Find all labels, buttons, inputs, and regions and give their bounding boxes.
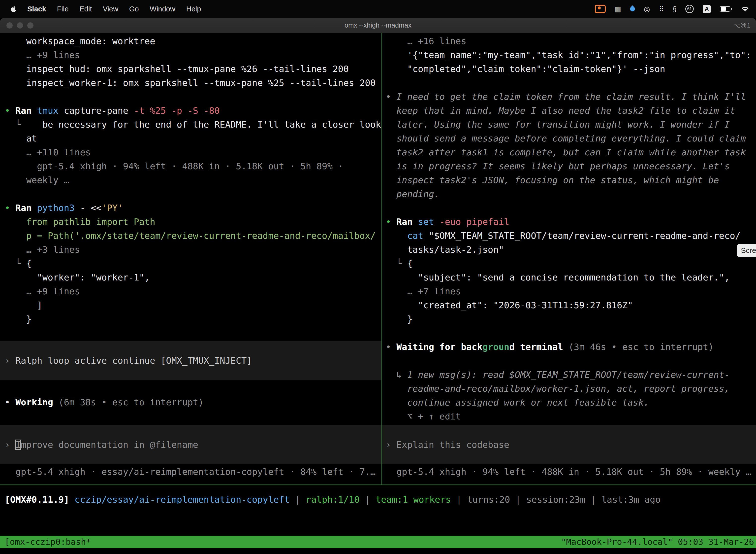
terminal-line: workspace_mode: worktree [0,34,381,48]
menu-item-help[interactable]: Help [186,5,201,13]
screen-recording-icon[interactable] [595,5,606,13]
prompt-input-band[interactable]: › Explain this codebase [382,425,756,464]
terminal-line: weekly … [0,173,381,187]
terminal-line: "worker": "worker-1", [0,271,381,284]
menu-extra-icon[interactable]: § [673,5,676,13]
battery-icon[interactable] [720,6,732,12]
traffic-lights [0,22,34,29]
text-segment: "subject": "send a concise recommendatio… [386,272,730,282]
text-segment: Explain this codebase [396,440,509,450]
text-segment [386,231,407,241]
terminal-line [382,354,756,368]
text-segment [69,494,75,505]
text-segment: └ [386,258,407,269]
text-segment: • [386,342,396,352]
terminal-cursor: I [15,440,21,450]
text-segment: "$OMX_TEAM_STATE_ROOT/team/review-curren… [429,231,740,241]
text-segment: -t %25 -p -S -80 [128,106,220,116]
text-segment: • [386,217,396,227]
terminal-pane-left[interactable]: workspace_mode: worktree … +9 lines insp… [0,33,381,485]
text-segment: 1 new msg(s): read $OMX_TEAM_STATE_ROOT/… [407,370,730,380]
zoom-button[interactable] [27,22,34,29]
terminal-line: └ { [382,257,756,271]
screenshot-preview-chip[interactable]: Scre [737,244,756,257]
text-segment: capture-pane [59,106,128,116]
grid-icon[interactable]: ▦ [615,5,621,13]
terminal-window: workspace_mode: worktree … +9 lines insp… [0,33,756,554]
terminal-line: • Ran set -euo pipefail [382,215,756,229]
target-icon[interactable]: ◎ [644,5,650,13]
droplet-icon[interactable] [629,5,636,12]
text-segment: is in progress? It seems likely but perh… [386,161,730,171]
terminal-line: continue assigned work or next feasible … [382,396,756,409]
text-segment: } [5,314,32,324]
text-segment: Ran [15,203,37,213]
terminal-line: … +7 lines [382,284,756,298]
dots-grid-icon[interactable]: ⠿ [659,5,664,13]
terminal-line: └ be necessary for the end of the README… [0,118,381,131]
terminal-line: … +9 lines [0,284,381,298]
battery-percent-icon[interactable]: 61 [685,5,694,13]
screenshot-preview-label: Scre [741,246,756,255]
tmux-host-clock-label: "MacBook-Pro-44.local" 05:03 31-Mar-26 [561,536,754,548]
terminal-line: • Ran tmux capture-pane -t %25 -p -S -80 [0,104,381,118]
text-segment: keep that in mind. Maybe I also need the… [386,106,735,116]
apple-menu-icon[interactable] [10,5,16,12]
text-segment: cat [407,231,429,241]
menu-item-go[interactable]: Go [129,5,139,13]
terminal-line: inspect_worker-1: omx sparkshell --tmux-… [0,76,381,90]
menu-bar: Slack File Edit View Go Window Help ▦ ◎ … [0,0,756,18]
text-segment: } [386,314,413,324]
terminal-line: [OMX#0.11.9] cczip/essay/ai-reimplementa… [0,493,756,507]
terminal-line: readme-and-reco/mailbox/worker-1.json, a… [382,382,756,396]
text-segment: … +7 lines [386,286,461,296]
text-segment: python3 [37,203,75,213]
text-segment: inspect_hud: omx sparkshell --tmux-pane … [5,64,349,74]
terminal-line: ] [0,298,381,312]
text-segment: ] [5,300,43,310]
menu-app-name[interactable]: Slack [27,5,46,13]
terminal-line: '{"team_name":"my-team","task_id":"1","f… [382,48,756,62]
terminal-line: gpt-5.4 xhigh · 94% left · 488K in · 5.1… [0,159,381,173]
terminal-pane-right[interactable]: … +16 lines '{"team_name":"my-team","tas… [382,33,756,485]
window-title: omx --xhigh --madmax [0,21,756,29]
close-button[interactable] [6,22,13,29]
spacer [0,380,381,395]
wifi-icon[interactable] [741,5,750,12]
spacer [0,326,381,341]
text-segment: Ran [15,106,37,116]
prompt-input-band[interactable]: › Improve documentation in @filename [0,425,381,464]
text-segment: { [407,258,413,269]
terminal-line: } [382,312,756,326]
terminal-line: should send a message before completing … [382,131,756,146]
text-segment: task2 after task1 is complete, but can I… [386,147,746,157]
text-segment: ralph:1/10 [306,494,360,505]
menu-item-view[interactable]: View [103,5,118,13]
tmux-session-label: [omx-cczip0:bash* [5,536,91,548]
input-source-icon[interactable]: A [703,5,711,13]
text-segment: last:3m ago [602,494,660,505]
text-segment: p = Path('.omx/state/team/review-current… [5,231,376,241]
text-segment: should send a message before completing … [386,133,746,144]
menu-item-window[interactable]: Window [150,5,175,13]
text-segment: workspace_mode: worktree [5,36,155,46]
text-segment: at [5,133,37,144]
text-segment: { [26,258,32,269]
terminal-line: • I need to get the claim token from the… [382,90,756,104]
text-segment: • [5,106,15,116]
minimize-button[interactable] [17,22,23,29]
text-segment: › [386,440,396,450]
text-segment: 'PY' [102,203,123,213]
text-segment: "created_at": "2026-03-31T11:59:27.816Z" [386,300,633,310]
menu-bar-left: Slack File Edit View Go Window Help [0,5,201,13]
text-segment: readme-and-reco/mailbox/worker-1.json, a… [386,384,730,394]
text-segment: › [5,355,15,366]
text-segment: "worker": "worker-1", [5,272,150,282]
text-segment: groun [483,342,509,352]
text-segment: weekly … [5,175,69,185]
menu-item-file[interactable]: File [57,5,69,13]
menu-item-edit[interactable]: Edit [80,5,92,13]
text-segment: [OMX#0.11.9] [5,494,69,505]
prompt-input-band[interactable]: › Ralph loop active continue [OMX_TMUX_I… [0,341,381,380]
text-segment: ↳ [386,370,407,380]
